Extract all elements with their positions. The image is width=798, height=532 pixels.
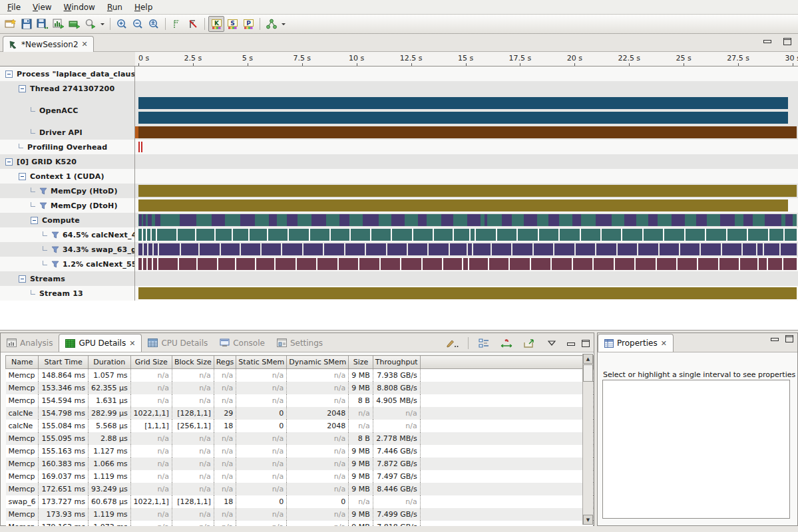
interval-bar[interactable] [138,229,797,241]
column-header-duration[interactable]: Duration [88,356,130,369]
interval-bar[interactable] [785,214,793,226]
view-menu-icon[interactable] [544,335,560,351]
scroll-up-icon[interactable]: ▲ [583,354,593,364]
timeline-track[interactable] [135,66,798,81]
run-analysis-icon[interactable] [51,16,67,32]
interval-bar[interactable] [135,126,138,138]
interval-bar[interactable] [391,214,405,226]
interval-bar[interactable] [269,214,278,226]
timeline-track[interactable] [135,154,798,169]
timeline-ruler[interactable]: 0 s2.5 s5 s7.5 s10 s12.5 s15 s17.5 s20 s… [135,52,798,66]
tree-item[interactable]: Context 1 (CUDA) [0,169,135,184]
properties-minimize-icon[interactable] [770,336,779,342]
new-session-icon[interactable] [3,16,19,32]
timeline-track[interactable] [135,140,798,154]
interval-bar[interactable] [155,214,161,226]
interval-bar[interactable] [743,214,753,226]
search-icon[interactable] [83,16,99,32]
zoom-out-icon[interactable] [130,16,146,32]
properties-tab-close-icon[interactable]: ✕ [661,339,667,348]
tab-gpu-details[interactable]: GPU Details✕ [59,334,142,352]
timeline-track[interactable] [135,96,798,125]
timeline-track[interactable] [135,242,798,257]
interval-bar[interactable] [502,214,512,226]
interval-bar[interactable] [596,214,612,226]
column-header-throughput[interactable]: Throughput [373,356,420,369]
interval-bar[interactable] [363,214,379,226]
save-icon[interactable] [19,16,35,32]
interval-bar[interactable] [485,214,487,226]
table-row[interactable]: Memcp169.037 ms1.119 msn/an/an/an/an/a9 … [6,470,594,483]
timeline-row-13[interactable]: 1.2% calcNext_55_g... [0,257,798,271]
timeline-track[interactable] [135,271,798,286]
timeline-track[interactable] [135,81,798,96]
tab-cpu-details[interactable]: CPU Details [142,334,214,352]
save-all-icon[interactable] [35,16,51,32]
tree-item[interactable]: Driver API [0,125,135,140]
run-application-icon[interactable] [67,16,83,32]
timeline-row-14[interactable]: Streams [0,271,798,286]
filter-funnel-icon[interactable] [51,261,59,268]
collapse-icon[interactable] [5,70,13,78]
interval-bar[interactable] [720,214,735,226]
stream-color-icon[interactable]: S [224,16,240,32]
interval-bar[interactable] [180,214,197,226]
column-header-static-smem[interactable]: Static SMem [236,356,287,369]
interval-bar[interactable] [143,214,145,226]
overhead-tick[interactable] [138,142,140,152]
interval-bar[interactable] [138,200,788,211]
table-row[interactable]: Memcp172.651 ms93.249 µsn/an/an/an/an/a9… [6,483,594,495]
timeline-row-2[interactable]: Thread 2741307200 [0,81,798,96]
table-row[interactable]: Memcp160.383 ms1.066 msn/an/an/an/an/a9 … [6,458,594,470]
filter-funnel-icon[interactable] [39,202,47,209]
details-minimize-icon[interactable] [566,340,575,346]
interval-bar[interactable] [696,214,707,226]
process-color-icon[interactable]: P [240,16,256,32]
timeline-row-3[interactable]: OpenACC [0,96,798,125]
collapse-icon[interactable] [19,275,26,283]
tree-item[interactable]: 64.5% calcNext_47_... [0,227,135,242]
tree-item[interactable]: [0] GRID K520 [0,154,135,169]
column-header-block-size[interactable]: Block Size [172,356,214,369]
tree-item[interactable]: OpenACC [0,96,135,125]
session-tab[interactable]: *NewSession2 ✕ [3,36,94,52]
annotate-icon[interactable] [445,335,461,351]
timeline-row-9[interactable]: MemCpy (DtoH) [0,198,798,213]
collapse-icon[interactable] [31,217,38,224]
overhead-tick[interactable] [141,142,142,152]
interval-bar[interactable] [138,112,788,124]
collapse-icon[interactable] [19,173,26,180]
tree-item[interactable]: Process "laplace_data_clauses 10... [0,66,135,81]
timeline-row-5[interactable]: Profiling Overhead [0,140,798,154]
tree-item[interactable]: 1.2% calcNext_55_g... [0,257,135,271]
tree-dropdown-icon[interactable] [280,16,288,32]
menu-help[interactable]: Help [128,1,158,13]
interval-bar[interactable] [138,185,797,197]
timeline-track[interactable] [135,257,798,271]
interval-bar[interactable] [572,214,582,226]
tree-item[interactable]: MemCpy (HtoD) [0,184,135,198]
timeline-row-11[interactable]: 64.5% calcNext_47_... [0,227,798,242]
fit-columns-icon[interactable] [499,335,514,351]
interval-bar[interactable] [418,214,427,226]
table-row[interactable]: Memcp173.93 ms1.119 msn/an/an/an/an/a9 M… [6,508,594,521]
timeline-row-10[interactable]: Compute [0,213,798,227]
table-row[interactable]: Memcp153.346 ms62.355 µsn/an/an/an/an/a9… [6,382,594,394]
tab-properties[interactable]: Properties ✕ [598,334,674,352]
kernel-color-icon[interactable]: K [208,16,224,32]
interval-bar[interactable] [648,214,658,226]
layout-icon[interactable] [476,335,492,351]
timeline-track[interactable] [135,198,798,213]
menu-run[interactable]: Run [101,1,128,13]
interval-bar[interactable] [524,214,537,226]
interval-bar[interactable] [138,97,788,109]
timeline-track[interactable] [135,227,798,242]
tree-item[interactable]: Stream 13 [0,286,135,301]
tab-settings[interactable]: Settings [271,334,329,352]
table-row[interactable]: calcNe155.084 ms5.568 µs[1,1,1][256,1,1]… [6,420,594,432]
table-row[interactable]: Memcp155.163 ms1.127 msn/an/an/an/an/a9 … [6,445,594,458]
interval-bar[interactable] [287,214,298,226]
session-tab-close-icon[interactable]: ✕ [82,40,88,49]
table-scrollbar[interactable]: ▲ ▼ [582,354,593,525]
interval-bar[interactable] [339,214,350,226]
